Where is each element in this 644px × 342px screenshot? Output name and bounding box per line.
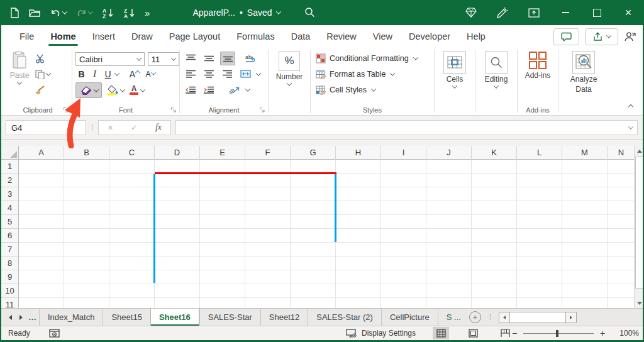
- column-header-e[interactable]: E: [200, 146, 245, 160]
- font-dialog-launcher[interactable]: [170, 107, 177, 113]
- addins-button[interactable]: Add-ins: [525, 51, 551, 104]
- column-header-f[interactable]: F: [245, 146, 291, 160]
- collapse-ribbon-icon[interactable]: [629, 100, 633, 111]
- erase-border-button[interactable]: [75, 82, 102, 98]
- row-header-6[interactable]: 6: [1, 229, 19, 243]
- align-left-button[interactable]: [184, 68, 197, 80]
- sheet-tab-cellpicture[interactable]: CellPicture: [381, 309, 438, 326]
- cells-button[interactable]: Cells: [443, 51, 466, 104]
- share-button[interactable]: [585, 28, 618, 45]
- editing-dropdown-icon[interactable]: [494, 83, 499, 88]
- premium-diamond-icon[interactable]: [455, 0, 487, 25]
- new-file-icon[interactable]: [10, 8, 19, 18]
- maximize-button[interactable]: [581, 0, 613, 25]
- column-header-g[interactable]: G: [291, 146, 336, 160]
- cancel-icon[interactable]: ×: [108, 123, 113, 133]
- column-header-c[interactable]: C: [109, 146, 155, 160]
- wrap-text-button[interactable]: ab: [243, 52, 257, 65]
- tab-home[interactable]: Home: [42, 25, 84, 48]
- paste-button[interactable]: Paste: [4, 51, 35, 104]
- align-top-button[interactable]: [184, 52, 197, 65]
- bold-button[interactable]: B: [75, 69, 87, 79]
- sheet-tab-sheet16[interactable]: Sheet16: [150, 309, 199, 326]
- title-dropdown-icon[interactable]: [275, 9, 280, 14]
- close-button[interactable]: ×: [613, 0, 644, 25]
- sort-za-button[interactable]: Z A: [123, 8, 135, 18]
- sheet-tab-sheet12[interactable]: Sheet12: [260, 309, 308, 326]
- underline-button[interactable]: U: [102, 69, 114, 79]
- column-header-n[interactable]: N: [608, 146, 635, 160]
- sheet-horizontal-scrollbar[interactable]: [499, 312, 577, 323]
- number-dropdown-icon[interactable]: [287, 80, 292, 86]
- column-header-b[interactable]: B: [64, 146, 109, 160]
- row-header-3[interactable]: 3: [1, 187, 19, 201]
- formula-bar-expand-icon[interactable]: [628, 124, 633, 129]
- sheet-cells[interactable]: [19, 160, 635, 308]
- increase-indent-button[interactable]: [202, 84, 216, 96]
- tab-help[interactable]: Help: [458, 25, 494, 48]
- increase-font-button[interactable]: A: [125, 69, 140, 79]
- normal-view-icon[interactable]: [433, 327, 449, 339]
- clipboard-dialog-launcher[interactable]: [63, 107, 69, 113]
- workbook-title[interactable]: ApparelP... • Saved: [180, 0, 293, 25]
- hscroll-left-icon[interactable]: [499, 312, 510, 323]
- column-header-h[interactable]: H: [336, 146, 381, 160]
- merge-dropdown-icon[interactable]: [256, 70, 261, 75]
- tab-developer[interactable]: Developer: [401, 25, 458, 48]
- new-sheet-button[interactable]: +: [469, 311, 481, 323]
- cells-dropdown-icon[interactable]: [452, 83, 457, 88]
- select-all-corner[interactable]: [1, 146, 19, 160]
- undo-button[interactable]: [50, 8, 67, 18]
- formula-input[interactable]: [175, 120, 638, 135]
- sheet-tab-truncated[interactable]: S ...: [438, 309, 464, 326]
- page-layout-view-icon[interactable]: [465, 327, 481, 339]
- row-header-11[interactable]: 11: [1, 298, 19, 308]
- display-settings-button[interactable]: Display Settings: [346, 329, 416, 338]
- ribbon-display-options-icon[interactable]: [518, 0, 550, 25]
- tab-data[interactable]: Data: [283, 25, 319, 48]
- fill-color-button[interactable]: [107, 85, 125, 96]
- editing-button[interactable]: Editing: [485, 51, 508, 104]
- merge-center-button[interactable]: [238, 68, 252, 80]
- conditional-formatting-button[interactable]: Conditional Formatting: [311, 50, 434, 66]
- open-file-icon[interactable]: [29, 8, 41, 18]
- font-size-combo[interactable]: 11: [148, 52, 179, 66]
- minimize-button[interactable]: [550, 0, 581, 25]
- row-header-1[interactable]: 1: [1, 160, 19, 174]
- row-header-7[interactable]: 7: [1, 243, 19, 256]
- column-header-j[interactable]: J: [426, 146, 472, 160]
- hscroll-right-icon[interactable]: [565, 312, 577, 323]
- tab-insert[interactable]: Insert: [84, 25, 123, 48]
- column-header-m[interactable]: M: [562, 146, 608, 160]
- align-center-button[interactable]: [202, 68, 216, 80]
- sheet-tab-index-match[interactable]: Index_Match: [39, 309, 103, 326]
- border-dropdown-icon[interactable]: [93, 87, 98, 92]
- enter-icon[interactable]: ✓: [131, 123, 137, 132]
- orientation-dropdown-icon[interactable]: [245, 86, 250, 91]
- align-right-button[interactable]: [220, 68, 234, 80]
- column-header-l[interactable]: L: [517, 146, 562, 160]
- copy-button[interactable]: [35, 69, 50, 80]
- sheet-overflow-indicator[interactable]: …: [28, 312, 36, 322]
- font-color-button[interactable]: A: [130, 86, 145, 95]
- decrease-font-button[interactable]: A: [141, 70, 155, 79]
- comments-button[interactable]: [553, 28, 579, 45]
- tab-formulas[interactable]: Formulas: [228, 25, 282, 48]
- row-header-5[interactable]: 5: [1, 215, 19, 229]
- tab-draw[interactable]: Draw: [123, 25, 161, 48]
- zoom-level[interactable]: 100%: [616, 329, 639, 338]
- orientation-button[interactable]: ab: [228, 84, 242, 96]
- name-box[interactable]: G4: [6, 120, 86, 135]
- align-bottom-button[interactable]: [220, 52, 235, 65]
- format-painter-button[interactable]: [35, 84, 50, 96]
- align-middle-button[interactable]: [202, 52, 216, 65]
- zoom-in-icon[interactable]: +: [597, 328, 608, 338]
- alignment-dialog-launcher[interactable]: [259, 107, 265, 113]
- sheet-nav-left-icon[interactable]: [9, 315, 12, 320]
- row-header-9[interactable]: 9: [1, 270, 19, 284]
- zoom-out-icon[interactable]: −: [509, 328, 519, 338]
- underline-dropdown-icon[interactable]: [114, 70, 119, 75]
- row-header-4[interactable]: 4: [1, 201, 19, 215]
- sheetbar-splitter-icon[interactable]: ⁞: [489, 314, 491, 321]
- undo-dropdown-icon[interactable]: [62, 9, 67, 14]
